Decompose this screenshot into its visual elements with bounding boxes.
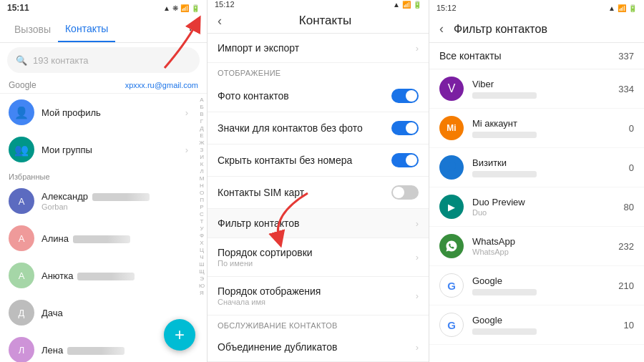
whatsapp-count: 232 bbox=[618, 241, 634, 252]
my-groups-item[interactable]: 👥 Мои группы › bbox=[0, 131, 197, 168]
photo-contacts-toggle[interactable] bbox=[391, 89, 419, 103]
filter-item-left: WhatsApp WhatsApp bbox=[439, 234, 618, 258]
more-menu-button[interactable]: ⋮ bbox=[181, 19, 200, 40]
sort-order-label: Порядок сортировки bbox=[218, 247, 416, 258]
sort-order-item[interactable]: Порядок сортировки По имени › bbox=[208, 238, 429, 277]
cards-sub bbox=[472, 169, 537, 177]
all-contacts-item[interactable]: Все контакты 337 bbox=[429, 43, 644, 69]
all-contacts-label: Все контакты bbox=[439, 50, 618, 62]
contact-first-name: Алина bbox=[42, 233, 69, 244]
sort-order-chevron: › bbox=[416, 252, 419, 263]
filter-viber-item[interactable]: V Viber 334 bbox=[429, 69, 644, 109]
back-button[interactable]: ‹ bbox=[218, 14, 222, 29]
filter-duo-item[interactable]: ▶ Duo Preview Duo 80 bbox=[429, 187, 644, 227]
contact-first-name: Лена bbox=[42, 345, 63, 356]
sim-contacts-toggle[interactable] bbox=[391, 185, 419, 200]
sim-contacts-info: Контакты SIM карт bbox=[218, 187, 391, 198]
signal-icon: ▲ bbox=[163, 4, 170, 12]
import-export-item[interactable]: Импорт и экспорт › bbox=[208, 34, 429, 63]
list-item[interactable]: А Александр Gorban bbox=[0, 182, 197, 220]
search-placeholder: 193 контакта bbox=[33, 55, 88, 66]
time-2: 15:12 bbox=[215, 0, 235, 9]
panel-settings: 15:12 ▲ 📶 🔋 ‹ Контакты Импорт и экспорт … bbox=[208, 0, 429, 362]
contact-last-name-blurred bbox=[73, 235, 130, 243]
cards-count: 0 bbox=[629, 162, 634, 173]
merge-duplicates-chevron: › bbox=[416, 342, 419, 353]
status-icons-3: ▲ 📶 🔋 bbox=[608, 4, 637, 12]
time-1: 15:11 bbox=[7, 3, 29, 13]
panel-contacts: 15:11 ▲ ❋ 📶 🔋 Вызовы Контакты ⋮ 🔍 193 ко… bbox=[0, 0, 208, 362]
contact-last-name-blurred bbox=[92, 193, 150, 201]
duo-info: Duo Preview Duo bbox=[472, 197, 525, 217]
photo-contacts-info: Фото контактов bbox=[218, 90, 391, 102]
photo-contacts-item[interactable]: Фото контактов bbox=[208, 80, 429, 112]
duo-name: Duo Preview bbox=[472, 197, 525, 207]
sim-contacts-label: Контакты SIM карт bbox=[218, 187, 391, 198]
filter-item-left: Mi Mi аккаунт bbox=[439, 116, 629, 140]
list-item[interactable]: А Анютка bbox=[0, 257, 197, 294]
mi-name: Mi аккаунт bbox=[472, 118, 537, 129]
bt-icon: ❋ bbox=[172, 4, 178, 12]
filter-contacts-info: Фильтр контактов bbox=[218, 217, 416, 229]
hide-nonumber-item[interactable]: Скрыть контакты без номера bbox=[208, 145, 429, 177]
my-profile-info: Мой профиль bbox=[42, 107, 178, 118]
toggle-thumb-3 bbox=[406, 155, 417, 166]
display-order-item[interactable]: Порядок отображения Сначала имя › bbox=[208, 277, 429, 315]
filter-google1-item[interactable]: G Google 210 bbox=[429, 266, 644, 305]
filter-item-left: G Google bbox=[439, 273, 618, 298]
hide-nonumber-info: Скрыть контакты без номера bbox=[218, 155, 391, 166]
groups-chevron: › bbox=[185, 145, 188, 155]
filter-cards-item[interactable]: 👤 Визитки 0 bbox=[429, 148, 644, 187]
icons-nophoto-item[interactable]: Значки для контактов без фото bbox=[208, 112, 429, 145]
display-order-chevron: › bbox=[416, 290, 419, 301]
account-row: Google xpxxx.ru@gmail.com bbox=[0, 77, 207, 94]
contact-last-name-blurred bbox=[77, 273, 135, 280]
contact-first-name: Анютка bbox=[42, 270, 73, 281]
status-bar-2: 15:12 ▲ 📶 🔋 bbox=[208, 0, 429, 9]
search-bar[interactable]: 🔍 193 контакта bbox=[7, 47, 200, 73]
contact-info: Дача bbox=[42, 308, 188, 318]
cards-icon: 👤 bbox=[439, 155, 464, 180]
alphabet-bar[interactable]: А Б В Г Д Е Ж З И К Л М Н О П Р С Т У Ф … bbox=[197, 94, 207, 362]
tab-contacts[interactable]: Контакты bbox=[58, 16, 115, 42]
filter-contacts-item[interactable]: Фильтр контактов › bbox=[208, 209, 429, 238]
wifi-icon-2: 📶 bbox=[402, 1, 411, 9]
duo-count: 80 bbox=[624, 202, 634, 212]
google1-info: Google bbox=[472, 275, 537, 295]
whatsapp-name: WhatsApp bbox=[472, 236, 515, 247]
merge-duplicates-item[interactable]: Объединение дубликатов › bbox=[208, 333, 429, 362]
display-order-sub: Сначала имя bbox=[218, 298, 416, 306]
toggle-thumb-2 bbox=[406, 122, 417, 134]
filter-item-left: 👤 Визитки bbox=[439, 155, 629, 180]
google2-icon: G bbox=[439, 313, 464, 337]
battery-icon-2: 🔋 bbox=[413, 1, 421, 9]
filter-header: ‹ Фильтр контактов bbox=[429, 16, 644, 43]
icons-nophoto-toggle[interactable] bbox=[391, 121, 419, 135]
tab-bar: Вызовы Контакты ⋮ bbox=[0, 16, 207, 43]
service-section-label: ОБСЛУЖИВАНИЕ КОНТАКТОВ bbox=[208, 315, 429, 333]
avatar: А bbox=[9, 263, 34, 288]
tab-calls[interactable]: Вызовы bbox=[7, 16, 58, 42]
contact-info: Александр Gorban bbox=[42, 191, 188, 211]
duo-icon: ▶ bbox=[439, 195, 464, 219]
viber-count: 334 bbox=[618, 84, 634, 94]
google1-icon: G bbox=[439, 273, 464, 298]
mi-icon: Mi bbox=[439, 116, 464, 140]
add-contact-button[interactable]: + bbox=[164, 319, 195, 351]
contact-info: Анютка bbox=[42, 270, 188, 281]
my-profile-item[interactable]: 👤 Мой профиль › bbox=[0, 94, 197, 131]
sim-contacts-item[interactable]: Контакты SIM карт bbox=[208, 177, 429, 209]
filter-mi-item[interactable]: Mi Mi аккаунт 0 bbox=[429, 109, 644, 148]
google2-info: Google bbox=[472, 315, 537, 335]
contacts-items: 👤 Мой профиль › 👥 Мои группы › Избранные bbox=[0, 94, 197, 362]
wifi-icon: 📶 bbox=[180, 4, 189, 12]
hide-nonumber-toggle[interactable] bbox=[391, 153, 419, 167]
list-item[interactable]: А Алина bbox=[0, 220, 197, 257]
avatar: Д bbox=[9, 300, 34, 326]
import-export-info: Импорт и экспорт bbox=[218, 42, 416, 54]
filter-whatsapp-item[interactable]: WhatsApp WhatsApp 232 bbox=[429, 227, 644, 266]
whatsapp-icon bbox=[439, 234, 464, 258]
settings-header: ‹ Контакты bbox=[208, 9, 429, 34]
filter-back-button[interactable]: ‹ bbox=[439, 21, 444, 36]
filter-google2-item[interactable]: G Google 10 bbox=[429, 305, 644, 345]
